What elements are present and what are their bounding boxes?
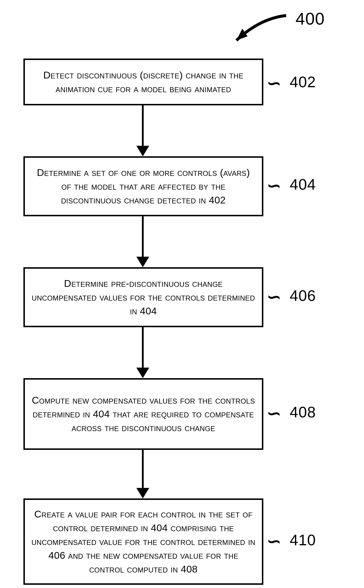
step-box-408: Compute new compensated values for the c… bbox=[23, 378, 263, 450]
step-text: Determine a set of one or more controls … bbox=[31, 166, 256, 207]
svg-marker-0 bbox=[236, 29, 248, 40]
step-num-404: 404 bbox=[290, 176, 316, 193]
step-text: Detect discontinuous (discrete) change i… bbox=[31, 68, 256, 96]
step-box-406: Determine pre-discontinuous change uncom… bbox=[23, 267, 263, 327]
leader-404: ∽ bbox=[267, 176, 281, 196]
arrowhead-408 bbox=[136, 368, 149, 378]
figure-pointer-arrow bbox=[228, 11, 292, 46]
step-box-404: Determine a set of one or more controls … bbox=[23, 156, 263, 216]
leader-410: ∽ bbox=[267, 531, 281, 551]
step-text: Create a value pair for each control in … bbox=[31, 507, 256, 576]
arrowhead-410 bbox=[136, 488, 149, 498]
step-num-408: 408 bbox=[290, 403, 316, 421]
step-box-410: Create a value pair for each control in … bbox=[23, 498, 263, 585]
leader-402: ∽ bbox=[267, 73, 281, 93]
step-num-402: 402 bbox=[290, 73, 316, 91]
step-num-410: 410 bbox=[290, 531, 316, 549]
connector-406-408 bbox=[142, 327, 144, 368]
step-text: Determine pre-discontinuous change uncom… bbox=[31, 277, 256, 318]
step-box-402: Detect discontinuous (discrete) change i… bbox=[23, 59, 263, 105]
step-text: Compute new compensated values for the c… bbox=[31, 393, 256, 435]
step-num-406: 406 bbox=[290, 287, 316, 304]
arrowhead-404 bbox=[136, 146, 149, 156]
connector-404-406 bbox=[142, 216, 144, 257]
leader-406: ∽ bbox=[267, 287, 281, 307]
connector-408-410 bbox=[142, 450, 144, 488]
leader-408: ∽ bbox=[267, 403, 281, 423]
arrowhead-406 bbox=[136, 257, 149, 267]
connector-402-404 bbox=[142, 105, 144, 146]
figure-label: 400 bbox=[296, 9, 325, 28]
